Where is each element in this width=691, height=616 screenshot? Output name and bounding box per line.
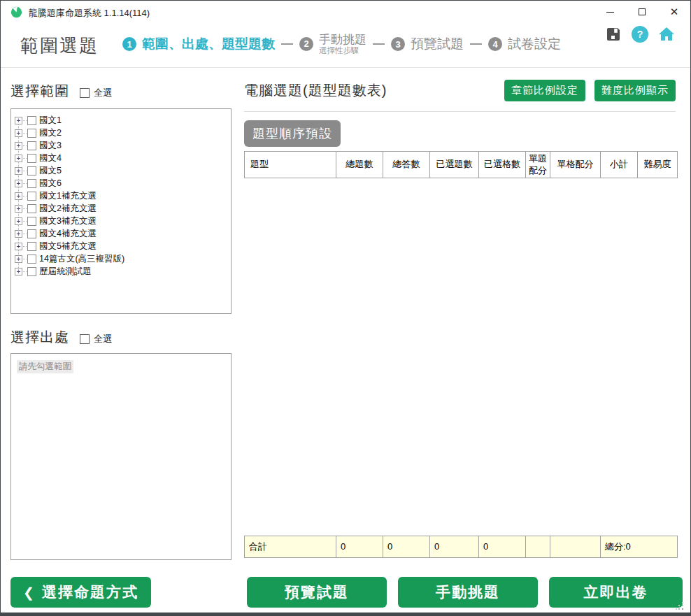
tree-item-checkbox[interactable] [27, 141, 36, 150]
tree-item[interactable]: +14篇古文(高三複習版) [15, 252, 228, 265]
step-label: 範圍、出處、題型題數 [142, 35, 275, 53]
tree-item-label: 國文2 [39, 127, 62, 139]
step-2[interactable]: 2手動挑題選擇性步驟 [299, 33, 366, 56]
save-icon[interactable] [605, 26, 622, 43]
minimize-button[interactable] [594, 1, 626, 23]
step-separator [281, 43, 293, 45]
tree-item[interactable]: +國文1 [15, 114, 228, 127]
tree-item[interactable]: +國文4補充文選 [15, 227, 228, 240]
back-to-mode-button[interactable]: ❮ 選擇命題方式 [10, 577, 151, 608]
tree-item[interactable]: +國文6 [15, 177, 228, 189]
tree-item-label: 國文5補充文選 [39, 241, 97, 252]
help-icon[interactable]: ? [632, 26, 648, 43]
range-section-title: 選擇範圍 [10, 82, 69, 101]
type-order-default-button[interactable]: 題型順序預設 [244, 120, 341, 147]
source-section-title: 選擇出處 [10, 328, 69, 347]
expand-plus-icon[interactable]: + [15, 129, 22, 137]
chevron-left-icon: ❮ [23, 585, 36, 601]
range-select-all-checkbox[interactable] [80, 88, 90, 98]
table-header-cell: 總答數 [383, 152, 430, 178]
table-header-cell: 總題數 [336, 152, 383, 178]
tree-item-checkbox[interactable] [27, 204, 36, 213]
tree-item-label: 國文4 [39, 152, 62, 164]
tree-item[interactable]: +國文2補充文選 [15, 202, 228, 215]
tree-item[interactable]: +國文1補充文選 [15, 189, 228, 202]
step-number-badge: 3 [391, 37, 405, 51]
tree-item-checkbox[interactable] [27, 116, 36, 125]
expand-plus-icon[interactable]: + [15, 217, 22, 225]
step-separator [373, 43, 385, 45]
tree-item[interactable]: +歷屆統測試題 [15, 265, 228, 278]
step-1[interactable]: 1範圍、出處、題型題數 [122, 35, 275, 53]
tree-dotted-connector [23, 145, 27, 146]
step-4[interactable]: 4試卷設定 [488, 35, 561, 53]
tree-item-checkbox[interactable] [27, 179, 36, 188]
expand-plus-icon[interactable]: + [15, 230, 22, 238]
manual-pick-button[interactable]: 手動挑題 [398, 577, 538, 608]
tree-item-label: 歷屆統測試題 [39, 266, 92, 278]
tree-item[interactable]: +國文3 [15, 139, 228, 152]
expand-plus-icon[interactable]: + [15, 268, 22, 275]
stepper: 1範圍、出處、題型題數2手動挑題選擇性步驟3預覽試題4試卷設定 [122, 29, 561, 59]
table-header-cell: 小計 [601, 152, 638, 178]
generate-paper-button[interactable]: 立即出卷 [549, 577, 683, 608]
expand-plus-icon[interactable]: + [15, 167, 22, 175]
step-3[interactable]: 3預覽試題 [391, 35, 464, 53]
resize-grip[interactable] [676, 602, 684, 610]
expand-plus-icon[interactable]: + [15, 192, 22, 200]
range-tree-box: +國文1+國文2+國文3+國文4+國文5+國文6+國文1補充文選+國文2補充文選… [10, 108, 231, 314]
tree-item-checkbox[interactable] [27, 192, 36, 201]
expand-plus-icon[interactable]: + [15, 142, 22, 150]
tree-item[interactable]: +國文4 [15, 152, 228, 164]
tree-item-checkbox[interactable] [27, 267, 36, 276]
maximize-button[interactable] [626, 1, 658, 23]
table-footer-row: 合計0000總分:0 [245, 536, 678, 558]
tree-item-label: 14篇古文(高三複習版) [39, 253, 124, 265]
tree-dotted-connector [23, 246, 27, 247]
table-header-cell: 單題配分 [526, 152, 550, 178]
table-footer-cell: 0 [383, 536, 430, 558]
range-select-all[interactable]: 全選 [80, 87, 112, 99]
home-icon[interactable] [658, 26, 675, 43]
step-label: 試卷設定 [508, 35, 561, 53]
tree-item[interactable]: +國文3補充文選 [15, 215, 228, 227]
step-number-badge: 2 [299, 37, 313, 51]
main-panel-title: 電腦選題(題型題數表) [244, 81, 504, 100]
tree-dotted-connector [23, 120, 27, 121]
tree-item-label: 國文5 [39, 165, 62, 177]
page-title: 範圍選題 [20, 34, 99, 58]
tree-item[interactable]: +國文2 [15, 127, 228, 139]
tree-item-checkbox[interactable] [27, 166, 36, 176]
tree-item-checkbox[interactable] [27, 229, 36, 238]
app-window: 龍騰題庫命題系統 1.1.14(114) ✕ 範圍選題 1範圍、出處、題型題數2… [0, 0, 691, 616]
tree-dotted-connector [23, 196, 27, 196]
expand-plus-icon[interactable]: + [15, 117, 22, 124]
expand-plus-icon[interactable]: + [15, 243, 22, 250]
close-button[interactable]: ✕ [658, 1, 690, 23]
expand-plus-icon[interactable]: + [15, 155, 22, 162]
tree-dotted-connector [23, 158, 27, 159]
tree-item-checkbox[interactable] [27, 129, 36, 138]
table-footer-cell: 0 [430, 536, 479, 558]
tree-item-checkbox[interactable] [27, 154, 36, 163]
tree-item-label: 國文3 [39, 140, 62, 152]
expand-plus-icon[interactable]: + [15, 180, 22, 187]
tree-item-label: 國文1 [39, 115, 62, 127]
step-label: 預覽試題 [411, 35, 464, 53]
preview-questions-button[interactable]: 預覽試題 [247, 577, 387, 608]
source-select-all[interactable]: 全選 [80, 333, 112, 345]
chapter-ratio-button[interactable]: 章節比例設定 [504, 80, 585, 101]
tree-item[interactable]: +國文5 [15, 164, 228, 177]
source-select-all-checkbox[interactable] [80, 334, 90, 344]
expand-plus-icon[interactable]: + [15, 205, 22, 213]
tree-item-label: 國文4補充文選 [39, 228, 97, 240]
tree-item-checkbox[interactable] [27, 242, 36, 251]
expand-plus-icon[interactable]: + [15, 255, 22, 263]
tree-item-checkbox[interactable] [27, 255, 36, 264]
tree-item[interactable]: +國文5補充文選 [15, 240, 228, 252]
tree-dotted-connector [23, 259, 27, 259]
tree-item-checkbox[interactable] [27, 217, 36, 226]
difficulty-ratio-button[interactable]: 難度比例顯示 [594, 80, 676, 101]
question-type-table-footer: 合計0000總分:0 [244, 536, 678, 558]
tree-item-label: 國文1補充文選 [39, 190, 97, 202]
